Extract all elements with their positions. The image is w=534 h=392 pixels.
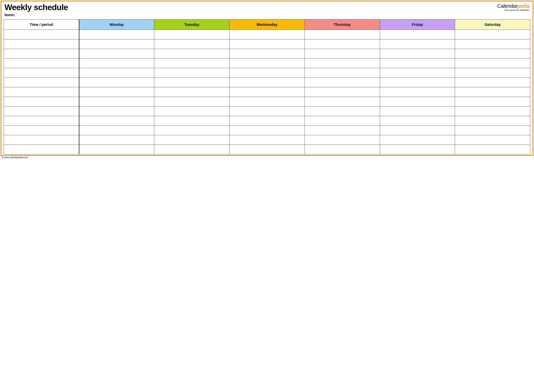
schedule-cell[interactable] (380, 49, 455, 59)
schedule-cell[interactable] (229, 39, 305, 49)
schedule-cell[interactable] (455, 30, 530, 39)
schedule-cell[interactable] (455, 135, 530, 145)
schedule-cell[interactable] (380, 97, 455, 107)
schedule-cell[interactable] (79, 39, 154, 49)
schedule-cell[interactable] (229, 97, 305, 107)
schedule-cell[interactable] (229, 135, 305, 145)
schedule-cell[interactable] (455, 39, 530, 49)
schedule-cell[interactable] (455, 59, 530, 68)
time-cell[interactable] (4, 107, 79, 116)
schedule-cell[interactable] (380, 30, 455, 39)
schedule-cell[interactable] (305, 107, 380, 116)
schedule-cell[interactable] (305, 145, 380, 154)
schedule-cell[interactable] (229, 30, 305, 39)
schedule-cell[interactable] (79, 78, 154, 87)
schedule-cell[interactable] (154, 116, 229, 126)
schedule-cell[interactable] (380, 68, 455, 78)
schedule-cell[interactable] (380, 135, 455, 145)
schedule-cell[interactable] (305, 39, 380, 49)
table-row (4, 126, 530, 135)
schedule-cell[interactable] (455, 68, 530, 78)
schedule-cell[interactable] (455, 107, 530, 116)
header: Weekly schedule Name: Calendarpedia Your… (1, 1, 533, 18)
schedule-cell[interactable] (154, 135, 229, 145)
schedule-cell[interactable] (154, 59, 229, 68)
schedule-cell[interactable] (229, 78, 305, 87)
schedule-cell[interactable] (380, 39, 455, 49)
schedule-cell[interactable] (305, 68, 380, 78)
schedule-cell[interactable] (154, 87, 229, 97)
schedule-cell[interactable] (455, 78, 530, 87)
schedule-cell[interactable] (154, 30, 229, 39)
time-cell[interactable] (4, 87, 79, 97)
schedule-cell[interactable] (229, 126, 305, 135)
schedule-cell[interactable] (455, 97, 530, 107)
schedule-cell[interactable] (79, 49, 154, 59)
schedule-cell[interactable] (380, 145, 455, 154)
schedule-cell[interactable] (79, 59, 154, 68)
schedule-cell[interactable] (229, 145, 305, 154)
schedule-cell[interactable] (154, 78, 229, 87)
schedule-cell[interactable] (154, 126, 229, 135)
schedule-cell[interactable] (305, 126, 380, 135)
schedule-cell[interactable] (154, 49, 229, 59)
schedule-cell[interactable] (79, 107, 154, 116)
time-cell[interactable] (4, 97, 79, 107)
schedule-cell[interactable] (380, 126, 455, 135)
schedule-cell[interactable] (79, 87, 154, 97)
time-cell[interactable] (4, 116, 79, 126)
time-cell[interactable] (4, 126, 79, 135)
schedule-cell[interactable] (154, 97, 229, 107)
schedule-cell[interactable] (229, 49, 305, 59)
schedule-cell[interactable] (229, 116, 305, 126)
schedule-cell[interactable] (79, 145, 154, 154)
brand-logo: Calendarpedia (497, 3, 529, 9)
schedule-cell[interactable] (229, 107, 305, 116)
table-row (4, 145, 530, 154)
schedule-cell[interactable] (229, 68, 305, 78)
schedule-cell[interactable] (455, 49, 530, 59)
schedule-cell[interactable] (305, 30, 380, 39)
schedule-cell[interactable] (79, 68, 154, 78)
schedule-cell[interactable] (79, 97, 154, 107)
schedule-cell[interactable] (154, 39, 229, 49)
time-cell[interactable] (4, 39, 79, 49)
brand-prefix: Calendar (497, 3, 517, 9)
time-cell[interactable] (4, 78, 79, 87)
schedule-cell[interactable] (455, 87, 530, 97)
schedule-cell[interactable] (455, 126, 530, 135)
schedule-cell[interactable] (380, 87, 455, 97)
schedule-cell[interactable] (305, 135, 380, 145)
schedule-cell[interactable] (79, 126, 154, 135)
schedule-cell[interactable] (305, 78, 380, 87)
time-cell[interactable] (4, 135, 79, 145)
schedule-cell[interactable] (305, 116, 380, 126)
schedule-cell[interactable] (305, 97, 380, 107)
time-cell[interactable] (4, 30, 79, 39)
schedule-cell[interactable] (380, 116, 455, 126)
schedule-cell[interactable] (455, 145, 530, 154)
schedule-cell[interactable] (154, 68, 229, 78)
schedule-cell[interactable] (229, 87, 305, 97)
time-cell[interactable] (4, 59, 79, 68)
schedule-cell[interactable] (79, 30, 154, 39)
schedule-cell[interactable] (154, 107, 229, 116)
schedule-body (4, 30, 530, 154)
schedule-cell[interactable] (79, 116, 154, 126)
time-cell[interactable] (4, 49, 79, 59)
schedule-cell[interactable] (305, 59, 380, 68)
schedule-cell[interactable] (305, 87, 380, 97)
schedule-cell[interactable] (229, 59, 305, 68)
time-cell[interactable] (4, 145, 79, 154)
time-cell[interactable] (4, 68, 79, 78)
table-row (4, 87, 530, 97)
schedule-cell[interactable] (305, 49, 380, 59)
schedule-cell[interactable] (455, 116, 530, 126)
schedule-cell[interactable] (380, 107, 455, 116)
schedule-cell[interactable] (154, 145, 229, 154)
schedule-cell[interactable] (380, 59, 455, 68)
schedule-cell[interactable] (380, 78, 455, 87)
schedule-cell[interactable] (79, 135, 154, 145)
table-row (4, 97, 530, 107)
document-frame: Weekly schedule Name: Calendarpedia Your… (1, 1, 533, 156)
